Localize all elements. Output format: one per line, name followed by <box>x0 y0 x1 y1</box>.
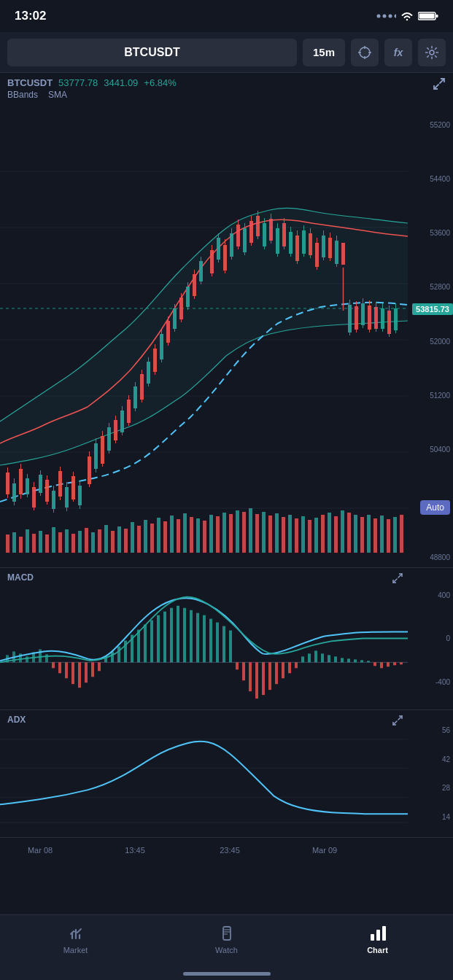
svg-rect-234 <box>196 613 199 663</box>
svg-rect-141 <box>6 534 9 553</box>
svg-rect-200 <box>393 517 397 553</box>
svg-rect-152 <box>78 531 82 553</box>
svg-rect-184 <box>288 515 292 553</box>
nav-item-chart[interactable]: Chart <box>302 921 453 954</box>
status-icons <box>376 11 438 21</box>
svg-rect-212 <box>52 662 55 668</box>
svg-rect-237 <box>216 623 219 663</box>
svg-rect-261 <box>373 662 376 666</box>
svg-rect-163 <box>150 524 154 553</box>
macd-expand-button[interactable] <box>392 572 403 584</box>
svg-rect-171 <box>203 521 206 553</box>
bbands-label: BBands <box>7 90 38 100</box>
svg-point-0 <box>377 15 381 18</box>
macd-chart-canvas <box>0 568 408 709</box>
macd-tick-2: 0 <box>411 634 450 642</box>
market-icon <box>66 924 85 943</box>
formula-icon: fx <box>394 47 403 58</box>
svg-rect-168 <box>183 513 187 553</box>
svg-rect-214 <box>65 662 68 678</box>
nav-item-market[interactable]: Market <box>0 921 151 954</box>
price-tick-7: 50400 <box>411 446 450 454</box>
svg-rect-159 <box>124 529 128 553</box>
svg-rect-157 <box>111 531 115 553</box>
svg-rect-265 <box>400 662 403 664</box>
svg-rect-208 <box>26 656 28 662</box>
svg-rect-253 <box>321 653 324 662</box>
svg-rect-211 <box>45 654 48 662</box>
svg-rect-245 <box>268 662 271 690</box>
adx-expand-button[interactable] <box>392 715 403 726</box>
timeframe-button[interactable]: 15m <box>303 39 345 66</box>
svg-rect-198 <box>380 516 384 553</box>
settings-button[interactable] <box>418 39 446 66</box>
crosshair-button[interactable] <box>351 39 379 66</box>
adx-title: ADX <box>7 715 26 725</box>
auto-button[interactable]: Auto <box>420 500 450 515</box>
svg-rect-182 <box>275 513 279 553</box>
chart-expand-button[interactable] <box>433 77 446 90</box>
crosshair-icon <box>357 45 372 60</box>
svg-point-7 <box>360 47 370 58</box>
svg-rect-231 <box>177 606 179 663</box>
svg-rect-217 <box>85 662 88 682</box>
svg-rect-229 <box>163 612 166 663</box>
home-indicator <box>183 972 271 976</box>
svg-line-13 <box>440 79 444 83</box>
price-tick-2: 54400 <box>411 175 450 183</box>
svg-rect-185 <box>295 518 298 553</box>
macd-price-axis: 400 0 -400 <box>408 568 453 709</box>
price-tick-3: 53600 <box>411 229 450 237</box>
svg-rect-179 <box>255 514 259 553</box>
svg-rect-150 <box>65 529 69 553</box>
svg-rect-215 <box>71 662 74 684</box>
macd-tick-1: 400 <box>411 591 450 599</box>
svg-rect-166 <box>170 516 174 553</box>
adx-tick-3: 28 <box>411 784 450 792</box>
svg-rect-144 <box>26 529 29 553</box>
svg-rect-146 <box>39 531 42 553</box>
svg-rect-272 <box>223 927 231 940</box>
svg-rect-162 <box>144 520 147 553</box>
nav-label-watch: Watch <box>215 946 238 954</box>
adx-price-axis: 56 42 28 14 <box>408 710 453 837</box>
svg-rect-249 <box>295 662 298 668</box>
main-chart[interactable]: 55200 54400 53600 52800 52000 51200 5040… <box>0 115 453 567</box>
svg-rect-213 <box>58 662 61 673</box>
svg-rect-233 <box>190 610 193 663</box>
svg-rect-219 <box>98 662 101 671</box>
svg-rect-255 <box>334 656 337 662</box>
svg-rect-181 <box>268 516 272 553</box>
price-tick-4: 52800 <box>411 283 450 291</box>
svg-rect-154 <box>91 532 95 553</box>
svg-rect-251 <box>308 653 311 662</box>
svg-rect-160 <box>131 522 134 553</box>
time-axis: Mar 08 13:45 23:45 Mar 09 <box>0 837 453 863</box>
time-label-2: 13:45 <box>125 846 145 855</box>
svg-rect-165 <box>163 521 167 553</box>
svg-rect-248 <box>288 662 291 673</box>
svg-rect-250 <box>301 656 304 662</box>
svg-rect-175 <box>229 514 233 553</box>
svg-rect-178 <box>249 508 252 553</box>
svg-rect-6 <box>419 14 435 19</box>
symbol-button[interactable]: BTCUSDT <box>7 39 297 66</box>
svg-rect-227 <box>150 621 153 663</box>
svg-line-14 <box>434 85 438 89</box>
svg-rect-199 <box>387 519 390 553</box>
svg-rect-216 <box>78 662 81 688</box>
svg-rect-149 <box>58 532 62 553</box>
svg-rect-243 <box>255 662 258 699</box>
formula-button[interactable]: fx <box>384 39 412 66</box>
price-tick-5: 52000 <box>411 338 450 346</box>
nav-item-watch[interactable]: Watch <box>151 921 302 954</box>
nav-label-chart: Chart <box>367 946 388 954</box>
svg-rect-276 <box>371 934 374 941</box>
svg-rect-169 <box>190 517 193 553</box>
svg-rect-173 <box>216 516 220 553</box>
wifi-icon <box>400 11 414 21</box>
svg-rect-262 <box>380 662 383 668</box>
svg-rect-259 <box>360 660 363 662</box>
svg-rect-252 <box>314 650 317 662</box>
svg-rect-222 <box>117 646 120 662</box>
